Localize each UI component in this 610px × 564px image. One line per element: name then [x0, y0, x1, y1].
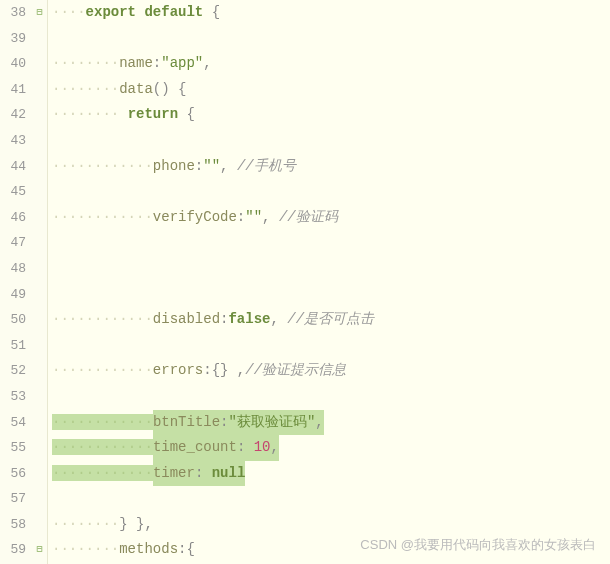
fold-marker: [32, 256, 47, 282]
code-line[interactable]: ········} },: [52, 512, 610, 538]
fold-marker: [32, 384, 47, 410]
fold-marker: [32, 333, 47, 359]
line-number: 40: [0, 51, 26, 77]
fold-marker: [32, 102, 47, 128]
line-number: 48: [0, 256, 26, 282]
line-number: 46: [0, 205, 26, 231]
line-number: 39: [0, 26, 26, 52]
line-number: 53: [0, 384, 26, 410]
code-line[interactable]: ········name:"app",: [52, 51, 610, 77]
fold-marker: [32, 410, 47, 436]
line-number: 45: [0, 179, 26, 205]
line-number: 42: [0, 102, 26, 128]
code-line[interactable]: [52, 128, 610, 154]
line-number: 47: [0, 230, 26, 256]
code-line[interactable]: [52, 333, 610, 359]
fold-marker[interactable]: ⊟: [32, 0, 47, 26]
fold-marker: [32, 307, 47, 333]
line-number: 49: [0, 282, 26, 308]
fold-marker: [32, 461, 47, 487]
fold-marker: [32, 154, 47, 180]
code-area[interactable]: ····export default {········name:"app",·…: [48, 0, 610, 564]
fold-marker: [32, 128, 47, 154]
code-line[interactable]: ············timer: null: [52, 461, 610, 487]
line-number: 57: [0, 486, 26, 512]
fold-marker: [32, 179, 47, 205]
line-number: 43: [0, 128, 26, 154]
line-number: 41: [0, 77, 26, 103]
code-line[interactable]: ············time_count: 10,: [52, 435, 610, 461]
fold-marker: [32, 512, 47, 538]
fold-marker: [32, 205, 47, 231]
line-number: 50: [0, 307, 26, 333]
code-line[interactable]: ····export default {: [52, 0, 610, 26]
fold-marker: [32, 282, 47, 308]
fold-marker: [32, 230, 47, 256]
line-number-gutter: 3839404142434445464748495051525354555657…: [0, 0, 32, 564]
code-line[interactable]: ············errors:{} ,//验证提示信息: [52, 358, 610, 384]
code-line[interactable]: ········data() {: [52, 77, 610, 103]
code-line[interactable]: [52, 179, 610, 205]
fold-marker: [32, 77, 47, 103]
fold-marker: [32, 51, 47, 77]
line-number: 58: [0, 512, 26, 538]
code-line[interactable]: [52, 384, 610, 410]
line-number: 54: [0, 410, 26, 436]
code-line[interactable]: [52, 26, 610, 52]
code-line[interactable]: ············verifyCode:"", //验证码: [52, 205, 610, 231]
line-number: 44: [0, 154, 26, 180]
code-line[interactable]: ········ return {: [52, 102, 610, 128]
fold-marker: [32, 486, 47, 512]
code-line[interactable]: ············btnTitle:"获取验证码",: [52, 410, 610, 436]
fold-marker: [32, 435, 47, 461]
code-line[interactable]: [52, 486, 610, 512]
line-number: 38: [0, 0, 26, 26]
line-number: 55: [0, 435, 26, 461]
line-number: 59: [0, 537, 26, 563]
fold-marker: [32, 26, 47, 52]
code-line[interactable]: ············phone:"", //手机号: [52, 154, 610, 180]
code-editor[interactable]: 3839404142434445464748495051525354555657…: [0, 0, 610, 564]
line-number: 52: [0, 358, 26, 384]
fold-marker[interactable]: ⊟: [32, 537, 47, 563]
line-number: 51: [0, 333, 26, 359]
line-number: 56: [0, 461, 26, 487]
code-line[interactable]: [52, 256, 610, 282]
fold-gutter: ⊟⊟: [32, 0, 48, 564]
fold-marker: [32, 358, 47, 384]
code-line[interactable]: ········methods:{: [52, 537, 610, 563]
code-line[interactable]: [52, 282, 610, 308]
code-line[interactable]: ············disabled:false, //是否可点击: [52, 307, 610, 333]
code-line[interactable]: [52, 230, 610, 256]
